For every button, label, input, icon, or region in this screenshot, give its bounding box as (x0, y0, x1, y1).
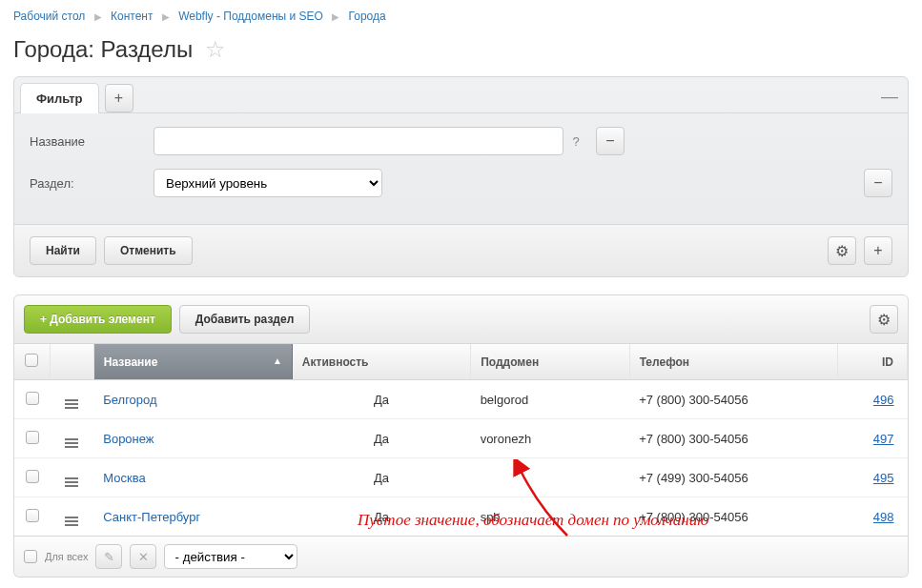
add-filter-tab-button[interactable]: + (105, 84, 133, 112)
crumb-webfly[interactable]: Webfly - Поддомены и SEO (178, 10, 323, 23)
row-phone: +7 (800) 300-54056 (629, 419, 838, 458)
column-name[interactable]: Название▲ (93, 344, 292, 380)
filter-name-input[interactable] (154, 127, 563, 155)
help-icon[interactable]: ? (563, 134, 588, 149)
column-id[interactable]: ID (838, 344, 908, 380)
filter-section-label: Раздел: (30, 176, 154, 191)
data-grid: Название▲ Активность Поддомен Телефон ID… (13, 344, 909, 578)
row-id-link[interactable]: 495 (848, 471, 894, 485)
select-all-footer-checkbox[interactable] (24, 550, 37, 563)
close-icon: ✕ (138, 550, 149, 564)
row-menu-button[interactable] (65, 438, 78, 448)
plus-icon: + (40, 313, 50, 326)
row-phone: +7 (800) 300-54056 (629, 380, 838, 419)
toolbar: + Добавить элемент Добавить раздел ⚙ (13, 294, 909, 344)
row-subdomain: voronezh (471, 419, 629, 458)
row-id-link[interactable]: 498 (848, 510, 894, 524)
filter-panel: Фильтр + — Название ? − Раздел: Верхний … (13, 76, 909, 277)
table-row: ВоронежДаvoronezh+7 (800) 300-54056497 (14, 419, 908, 458)
sort-asc-icon: ▲ (273, 355, 282, 366)
grid-settings-button[interactable]: ⚙ (870, 305, 898, 334)
filter-settings-button[interactable]: ⚙ (828, 236, 856, 265)
row-checkbox[interactable] (26, 431, 39, 444)
edit-selected-button[interactable]: ✎ (95, 544, 122, 569)
star-icon[interactable]: ☆ (205, 36, 226, 62)
page-title: Города: Разделы ☆ (0, 32, 922, 76)
filter-section-select[interactable]: Верхний уровень (154, 169, 382, 197)
bulk-actions-select[interactable]: - действия - (164, 544, 297, 569)
column-phone[interactable]: Телефон (629, 344, 838, 380)
row-name-link[interactable]: Белгород (103, 393, 156, 407)
column-subdomain[interactable]: Поддомен (471, 344, 629, 380)
gear-icon: ⚙ (877, 311, 891, 329)
annotation-text: Пустое значение, обозначает домен по умо… (358, 511, 708, 530)
plus-icon: + (114, 90, 123, 107)
row-subdomain: belgorod (471, 380, 629, 419)
table-row: БелгородДаbelgorod+7 (800) 300-54056496 (14, 380, 908, 419)
crumb-desktop[interactable]: Рабочий стол (13, 10, 85, 23)
cancel-button[interactable]: Отменить (104, 236, 193, 265)
collapse-icon[interactable]: — (881, 87, 898, 107)
minus-icon: − (605, 132, 614, 150)
chevron-right-icon: ▶ (332, 11, 339, 22)
row-name-link[interactable]: Воронеж (103, 432, 154, 446)
add-filter-field-button[interactable]: + (864, 236, 892, 265)
row-active: Да (292, 380, 470, 419)
delete-selected-button[interactable]: ✕ (130, 544, 156, 569)
table-row: МоскваДа+7 (499) 300-54056495 (14, 458, 908, 497)
row-menu-button[interactable] (65, 477, 78, 487)
gear-icon: ⚙ (835, 242, 849, 260)
grid-footer: Для всех ✎ ✕ - действия - Пустое значени… (14, 536, 908, 577)
row-id-link[interactable]: 497 (848, 432, 894, 446)
plus-icon: + (873, 242, 882, 259)
minus-icon: − (873, 174, 882, 192)
remove-filter-row-button[interactable]: − (596, 127, 625, 155)
breadcrumb: Рабочий стол ▶ Контент ▶ Webfly - Поддом… (0, 0, 922, 32)
pencil-icon: ✎ (104, 550, 114, 564)
row-name-link[interactable]: Санкт-Петербург (103, 510, 200, 524)
row-phone: +7 (499) 300-54056 (629, 458, 838, 497)
chevron-right-icon: ▶ (162, 11, 170, 22)
row-name-link[interactable]: Москва (103, 471, 145, 485)
add-element-button[interactable]: + Добавить элемент (24, 305, 172, 334)
row-active: Да (292, 458, 470, 497)
row-checkbox[interactable] (26, 470, 39, 483)
row-checkbox[interactable] (26, 392, 39, 405)
for-all-label: Для всех (45, 551, 88, 562)
row-menu-button[interactable] (65, 517, 78, 526)
row-checkbox[interactable] (26, 509, 39, 522)
crumb-cities[interactable]: Города (349, 10, 386, 23)
row-subdomain (471, 458, 629, 497)
select-all-checkbox[interactable] (25, 354, 38, 367)
filter-tab[interactable]: Фильтр (20, 83, 99, 113)
filter-name-label: Название (30, 134, 154, 149)
add-section-button[interactable]: Добавить раздел (179, 305, 310, 334)
column-menu (50, 344, 93, 380)
column-active[interactable]: Активность (292, 344, 470, 380)
find-button[interactable]: Найти (30, 236, 96, 265)
chevron-right-icon: ▶ (94, 11, 102, 22)
crumb-content[interactable]: Контент (111, 10, 153, 23)
remove-filter-row-button[interactable]: − (864, 169, 892, 197)
row-menu-button[interactable] (65, 399, 78, 409)
row-active: Да (292, 419, 470, 458)
column-checkbox (14, 344, 50, 380)
row-id-link[interactable]: 496 (848, 393, 894, 407)
